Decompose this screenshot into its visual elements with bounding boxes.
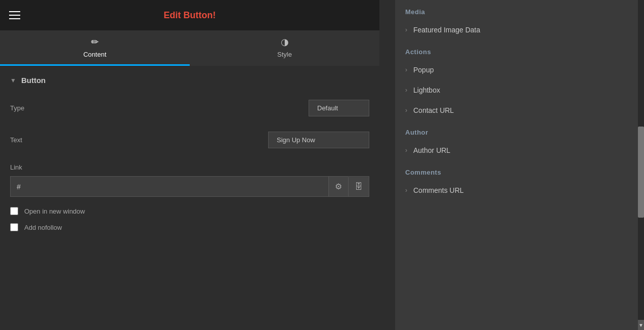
scrollbar-down-button[interactable]: ▼ [638, 320, 644, 330]
tab-style-label: Style [277, 51, 292, 58]
dropdown-item-label-comments-url: Comments URL [413, 186, 464, 194]
dropdown-section-title-media: Media [395, 0, 638, 20]
left-panel: Edit Button! ✏ Content ◑ Style ▼ Button … [0, 0, 379, 330]
dropdown-item-label-featured-image-data: Featured Image Data [413, 26, 480, 34]
dropdown-item-label-contact-url: Contact URL [413, 106, 454, 114]
dropdown-item-lightbox[interactable]: ›Lightbox [395, 80, 638, 100]
dropdown-item-label-popup: Popup [413, 66, 434, 74]
chevron-right-icon: › [405, 26, 407, 33]
dropdown-item-popup[interactable]: ›Popup [395, 60, 638, 80]
tab-content-label: Content [83, 51, 107, 58]
hamburger-icon[interactable] [9, 11, 20, 19]
type-row: Type Default [10, 100, 369, 116]
link-input-row: ⚙ 🗄 [10, 176, 369, 197]
scrollbar-thumb[interactable] [638, 127, 644, 218]
dropdown-item-label-lightbox: Lightbox [413, 86, 440, 94]
add-nofollow-label: Add nofollow [24, 224, 62, 231]
button-section-header: ▼ Button [10, 76, 369, 85]
style-tab-icon: ◑ [281, 36, 289, 48]
tab-style[interactable]: ◑ Style [190, 30, 379, 66]
link-settings-icon[interactable]: ⚙ [328, 177, 348, 196]
chevron-right-icon: › [405, 147, 407, 154]
text-value-container: Sign Up Now [268, 132, 369, 148]
header: Edit Button! [0, 0, 379, 30]
dropdown-item-contact-url[interactable]: ›Contact URL [395, 100, 638, 120]
link-label: Link [10, 163, 369, 171]
scrollbar-track: ▼ [638, 0, 644, 330]
page-title-accent: ! [212, 10, 216, 20]
dropdown-section-title-author: Author [395, 120, 638, 140]
open-new-window-checkbox[interactable] [10, 207, 18, 215]
link-section: Link ⚙ 🗄 [10, 163, 369, 197]
dropdown-item-label-author-url: Author URL [413, 146, 450, 154]
dropdown-item-comments-url[interactable]: ›Comments URL [395, 180, 638, 200]
chevron-down-icon: ▼ [10, 77, 16, 84]
chevron-right-icon: › [405, 66, 407, 73]
dropdown-panel: Media›Featured Image DataActions›Popup›L… [395, 0, 638, 330]
dropdown-content: Media›Featured Image DataActions›Popup›L… [395, 0, 638, 200]
dropdown-section-title-comments: Comments [395, 160, 638, 180]
add-nofollow-row: Add nofollow [10, 223, 369, 231]
content-area: ▼ Button Type Default Text Sign Up Now L… [0, 66, 379, 330]
tabs-bar: ✏ Content ◑ Style [0, 30, 379, 66]
type-dropdown[interactable]: Default [309, 100, 369, 116]
type-label: Type [10, 104, 51, 112]
type-value: Default [309, 100, 369, 116]
tab-content[interactable]: ✏ Content [0, 30, 190, 66]
text-label: Text [10, 136, 51, 144]
add-nofollow-checkbox[interactable] [10, 223, 18, 231]
dropdown-section-title-actions: Actions [395, 40, 638, 60]
section-title: Button [21, 76, 46, 85]
text-row: Text Sign Up Now [10, 132, 369, 148]
link-database-icon[interactable]: 🗄 [348, 177, 369, 196]
page-title: Edit Button! [164, 10, 216, 21]
content-tab-icon: ✏ [91, 36, 99, 48]
open-new-window-row: Open in new window [10, 207, 369, 215]
chevron-right-icon: › [405, 187, 407, 194]
chevron-right-icon: › [405, 87, 407, 94]
dropdown-item-featured-image-data[interactable]: ›Featured Image Data [395, 20, 638, 40]
open-new-window-label: Open in new window [24, 208, 85, 215]
text-field[interactable]: Sign Up Now [268, 132, 369, 148]
chevron-right-icon: › [405, 107, 407, 114]
link-input[interactable] [11, 178, 328, 196]
page-title-text: Edit Button [164, 10, 213, 20]
dropdown-item-author-url[interactable]: ›Author URL [395, 140, 638, 160]
